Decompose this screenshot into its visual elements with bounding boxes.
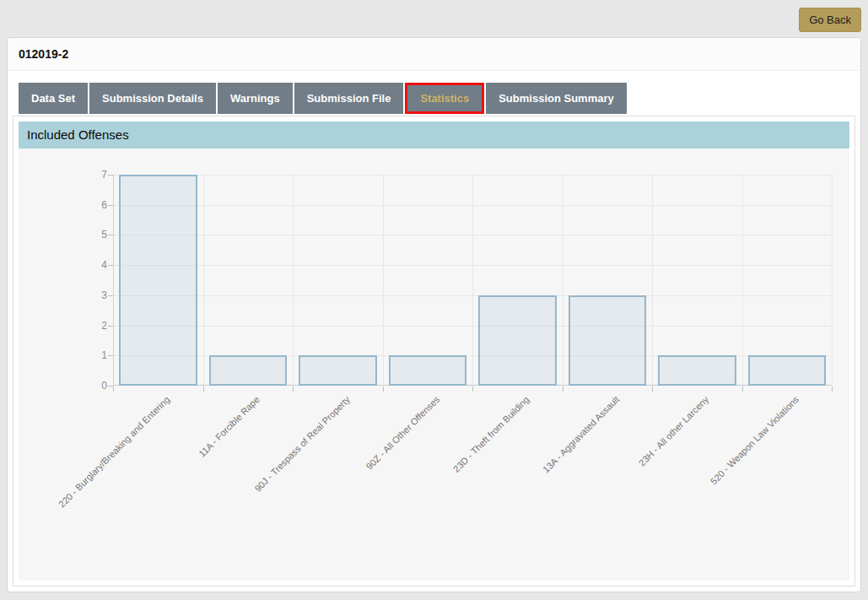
bar — [299, 355, 377, 386]
tab-submission-file[interactable]: Submission File — [294, 83, 404, 114]
x-axis-tick — [832, 386, 833, 392]
y-axis-label: 7 — [65, 168, 107, 181]
x-axis-category-label: 11A - Forcible Rape — [197, 394, 262, 459]
x-axis-category-label: 90J - Trespass of Real Property — [252, 394, 352, 494]
x-axis-tick — [742, 386, 743, 392]
tab-submission-details[interactable]: Submission Details — [89, 83, 216, 114]
bar — [658, 355, 736, 386]
x-axis-category-label: 520 - Weapon Law Violations — [709, 394, 801, 486]
x-axis-category-label: 13A - Aggravated Assault — [541, 394, 621, 474]
y-axis-label: 2 — [65, 319, 107, 332]
bar — [478, 295, 557, 386]
bar — [389, 355, 467, 386]
y-axis-label: 1 — [65, 349, 107, 362]
section-header: Included Offenses — [19, 122, 849, 149]
y-axis-label: 5 — [65, 228, 107, 241]
tab-warnings[interactable]: Warnings — [218, 83, 293, 114]
y-axis-label: 0 — [65, 379, 107, 392]
page-title: 012019-2 — [8, 38, 860, 71]
panel-body: Data SetSubmission DetailsWarningsSubmis… — [8, 71, 860, 592]
x-axis-category-label: 90Z - All Other Offenses — [364, 394, 441, 472]
x-axis-category-label: 23H - All other Larceny — [637, 394, 711, 468]
tab-bar: Data SetSubmission DetailsWarningsSubmis… — [19, 83, 855, 114]
bar — [209, 355, 288, 386]
tab-data-set[interactable]: Data Set — [19, 83, 88, 114]
x-axis-tick — [472, 386, 473, 392]
x-axis-tick — [113, 386, 114, 392]
tab-content: Included Offenses 01234567220 - Burglary… — [13, 116, 855, 586]
tab-submission-summary[interactable]: Submission Summary — [486, 83, 627, 114]
y-axis-label: 3 — [65, 289, 107, 302]
x-axis-category-label: 220 - Burglary/Breaking and Entering — [57, 394, 171, 509]
chart-area: 01234567220 - Burglary/Breaking and Ente… — [19, 149, 849, 581]
gridline-vertical — [832, 175, 833, 386]
x-axis-category-label: 23D - Theft from Building — [451, 394, 531, 474]
x-axis-tick — [383, 386, 384, 392]
x-axis-tick — [652, 386, 653, 392]
tab-statistics[interactable]: Statistics — [405, 83, 484, 114]
bar — [119, 175, 197, 386]
y-axis-label: 4 — [65, 258, 107, 272]
y-axis-label: 6 — [65, 198, 107, 212]
bar — [569, 295, 647, 386]
x-axis-tick — [563, 386, 563, 392]
bar — [748, 355, 827, 386]
go-back-button[interactable]: Go Back — [799, 8, 861, 32]
plot-frame — [113, 175, 832, 386]
submission-panel: 012019-2 Data SetSubmission DetailsWarni… — [7, 37, 861, 592]
x-axis-tick — [293, 386, 294, 392]
top-bar: Go Back — [0, 0, 868, 37]
x-axis-tick — [203, 386, 204, 392]
